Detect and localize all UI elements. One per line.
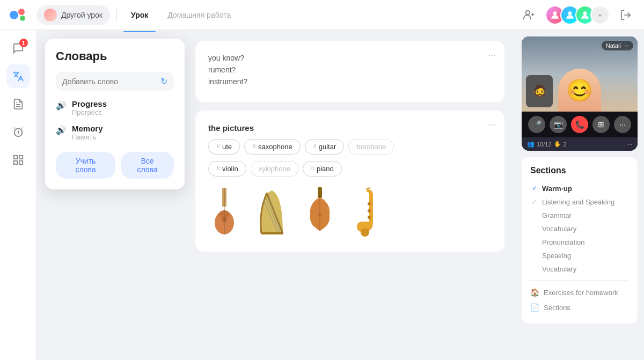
sax-svg [349,185,381,239]
vocab-word-progress: Progress [72,99,107,108]
sections-panel: Sections ✓ Warm-up ✓ Listening and Speak… [522,157,638,324]
chip-guitar[interactable]: ⠿ guitar [305,139,345,155]
vocab-item-memory: 🔊 Memory Память [56,124,174,141]
card-menu-2[interactable]: ··· [488,119,496,130]
add-person-button[interactable] [519,5,539,25]
video-more-dots[interactable]: ··· [624,42,629,49]
exercises-homework-item[interactable]: 🏠 Exercises for homework [530,285,629,300]
section-divider [530,280,629,281]
learn-words-button[interactable]: Учить слова [56,152,115,179]
sidebar: 1 [0,30,36,360]
pictures-card-title: the pictures [208,123,492,133]
video-footer-more[interactable]: ··· [627,141,632,148]
guitar-svg [208,185,240,239]
sections-title: Sections [530,166,629,175]
section-item-vocabulary2[interactable]: Vocabulary [530,262,629,276]
section-item-grammar[interactable]: Grammar [530,209,629,222]
vocabulary-search[interactable]: ↻ [56,72,174,91]
hand-count-text: 2 [564,141,567,148]
check-speaking [530,252,538,260]
avatar-group[interactable]: + [545,5,610,25]
sidebar-item-chat[interactable]: 1 [6,36,30,60]
harp-instrument [253,185,291,239]
vocabulary-search-input[interactable] [62,77,156,86]
video-user-name: Natali [606,42,621,49]
vocabulary-popup: Словарь ↻ 🔊 Progress Прогресс 🔊 Memory П… [45,39,185,189]
homework-label: Домашняя работа [167,11,231,19]
sound-icon-memory[interactable]: 🔊 [56,125,67,135]
check-vocabulary2 [530,266,538,273]
video-controls: 🎤 📷 📞 ⊞ ··· [522,112,638,137]
section-item-listening[interactable]: ✓ Listening and Speaking [530,195,629,209]
grid-view-button[interactable]: ⊞ [592,116,610,133]
svg-point-22 [222,217,227,223]
check-vocabulary1 [530,225,538,233]
other-lesson-label: Другой урок [61,11,103,19]
end-call-button[interactable]: 📞 [571,116,588,133]
violin-svg [304,185,336,239]
check-grammar [530,212,538,219]
vocab-item-progress: 🔊 Progress Прогресс [56,99,174,116]
svg-point-7 [568,11,572,15]
chip-violin[interactable]: ⠿ violin [208,161,246,177]
header-nav: Другой урок Урок Домашняя работа [36,5,519,25]
card-menu-1[interactable]: ··· [488,49,496,61]
sections-doc-icon: 📄 [530,303,539,312]
svg-point-1 [18,9,25,15]
other-lesson-button[interactable]: Другой урок [36,5,110,25]
chip-trombone[interactable]: trombone [348,139,394,155]
chip-xylophone[interactable]: xylophone [251,161,298,177]
svg-point-8 [583,11,587,15]
word-chips-row1: ⠿ ute ⠿ saxophone ⠿ guitar trombone [208,139,492,155]
homework-tab[interactable]: Домашняя работа [160,8,238,23]
vocab-translation-memory: Память [72,133,103,141]
sidebar-item-document[interactable] [6,92,30,116]
vocab-translation-progress: Прогресс [72,108,107,116]
word-chips-row2: ⠿ violin xylophone ⠿ piano [208,161,492,177]
svg-point-2 [20,16,25,21]
section-item-pronunciation[interactable]: Pronunciation [530,236,629,249]
lesson-tab[interactable]: Урок [123,8,156,23]
pictures-card: ··· the pictures ⠿ ute ⠿ saxophone ⠿ gui… [195,111,504,252]
sound-icon-progress[interactable]: 🔊 [56,100,67,111]
check-pronunciation [530,239,538,246]
svg-point-6 [553,11,557,15]
participant-count-text: 10/12 [537,141,552,148]
small-camera-view: 🧔 [526,75,553,107]
exit-button[interactable] [616,5,635,25]
video-footer: 👥 10/12 ✋ 2 ··· [522,137,638,151]
instruments-row [208,185,492,239]
violin-instrument [304,185,336,239]
video-name-badge: Natali ··· [602,41,633,50]
sections-extra-item[interactable]: 📄 Sections [530,300,629,315]
check-warmup: ✓ [530,185,538,193]
camera-button[interactable]: 📷 [550,116,567,133]
chip-piano[interactable]: ⠿ piano [303,161,342,177]
check-listening: ✓ [530,199,538,206]
chip-saxophone[interactable]: ⠿ saxophone [244,139,301,155]
harp-svg [253,185,291,239]
section-item-vocabulary1[interactable]: Vocabulary [530,222,629,236]
header: Другой урок Урок Домашняя работа [0,0,644,30]
sidebar-item-translate[interactable] [6,64,30,88]
lesson-label: Урок [131,11,148,19]
svg-rect-16 [19,161,22,164]
svg-rect-15 [13,161,17,164]
svg-point-30 [368,202,371,205]
saxophone-instrument [349,185,381,239]
chat-badge: 1 [19,39,28,47]
more-options-button[interactable]: ··· [614,116,631,133]
question-1: you know? [208,54,492,62]
sidebar-item-grid[interactable] [6,148,30,172]
all-words-button[interactable]: Все слова [121,152,174,179]
refresh-icon[interactable]: ↻ [160,76,167,86]
chip-flute[interactable]: ⠿ ute [208,139,240,155]
vocabulary-title: Словарь [56,49,174,63]
right-panel: 😊 🧔 Natali ··· 🎤 📷 📞 ⊞ ··· [515,30,644,360]
main-layout: 1 [0,30,644,360]
sidebar-item-timer[interactable] [6,120,30,144]
section-item-speaking[interactable]: Speaking [530,249,629,262]
svg-point-31 [368,209,371,212]
mic-button[interactable]: 🎤 [528,116,545,133]
section-item-warmup[interactable]: ✓ Warm-up [530,182,629,195]
